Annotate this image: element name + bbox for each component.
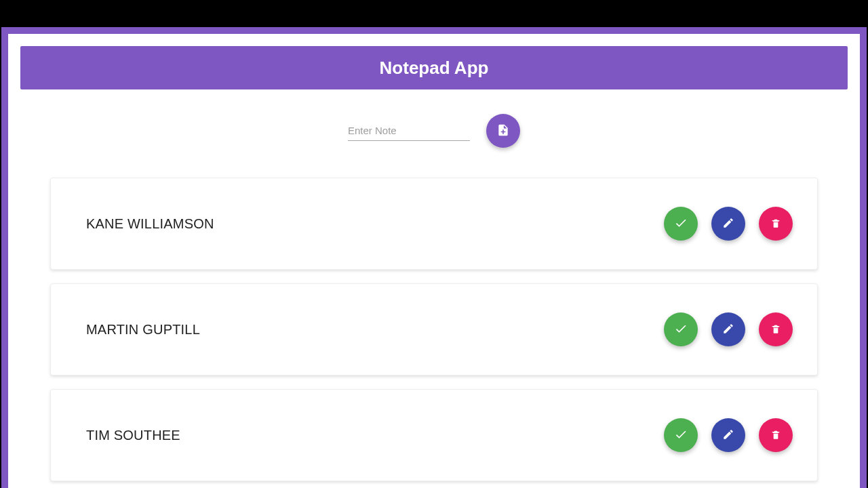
note-card: MARTIN GUPTILL — [50, 283, 818, 375]
complete-button[interactable] — [664, 312, 698, 346]
edit-button[interactable] — [711, 312, 745, 346]
check-icon — [674, 322, 688, 338]
notes-list: KANE WILLIAMSONMARTIN GUPTILLTIM SOUTHEE — [20, 178, 848, 481]
check-icon — [674, 216, 688, 232]
note-card: TIM SOUTHEE — [50, 389, 818, 481]
note-input-row — [20, 114, 848, 148]
app-header: Notepad App — [20, 46, 848, 89]
pencil-icon — [722, 428, 734, 443]
check-icon — [674, 428, 688, 443]
app-title: Notepad App — [380, 58, 489, 79]
complete-button[interactable] — [664, 418, 698, 452]
trash-icon — [770, 323, 781, 336]
pencil-icon — [722, 217, 734, 231]
note-text: KANE WILLIAMSON — [86, 216, 214, 232]
note-card: KANE WILLIAMSON — [50, 178, 818, 270]
delete-button[interactable] — [759, 418, 793, 452]
delete-button[interactable] — [759, 312, 793, 346]
delete-button[interactable] — [759, 207, 793, 241]
complete-button[interactable] — [664, 207, 698, 241]
note-text: TIM SOUTHEE — [86, 428, 180, 443]
note-actions — [664, 207, 793, 241]
note-input[interactable] — [348, 121, 470, 141]
add-note-button[interactable] — [486, 114, 520, 148]
note-add-icon — [496, 123, 510, 139]
note-actions — [664, 312, 793, 346]
edit-button[interactable] — [711, 418, 745, 452]
pencil-icon — [722, 323, 734, 337]
trash-icon — [770, 218, 781, 230]
note-text: MARTIN GUPTILL — [86, 322, 200, 338]
edit-button[interactable] — [711, 207, 745, 241]
note-actions — [664, 418, 793, 452]
trash-icon — [770, 429, 781, 442]
